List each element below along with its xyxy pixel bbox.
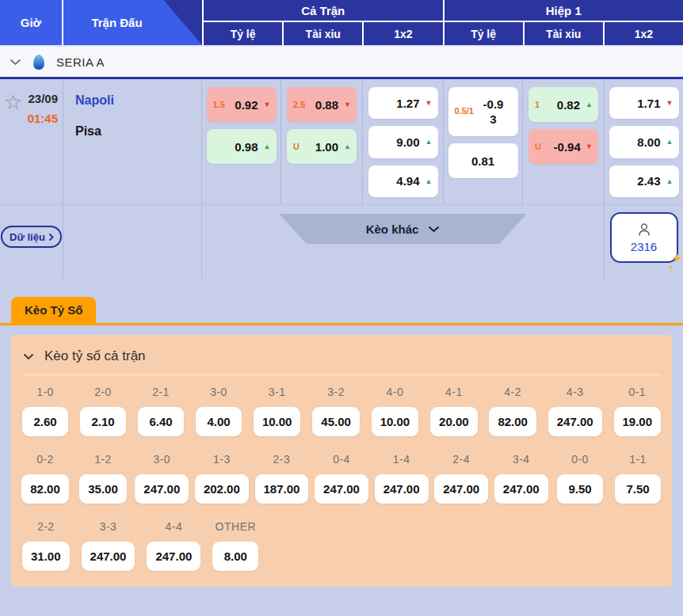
score-cell: 4-120.00 <box>430 386 477 436</box>
score-odds-button[interactable]: 2.60 <box>22 407 68 436</box>
score-cell: 3-245.00 <box>312 386 359 436</box>
odds-chip[interactable]: U1.00▲ <box>287 129 357 164</box>
league-name: SERIA A <box>56 55 105 69</box>
score-odds-button[interactable]: 4.00 <box>196 407 242 436</box>
score-odds-button[interactable]: 247.00 <box>315 474 368 504</box>
score-odds-button[interactable]: 247.00 <box>375 474 429 504</box>
trend-up-icon: ▲ <box>261 143 271 150</box>
score-odds-button[interactable]: 35.00 <box>79 474 127 504</box>
odds-value: 2.43 <box>616 174 661 188</box>
match-date: 23/09 <box>25 92 58 105</box>
score-cell: 1-235.00 <box>80 453 126 504</box>
score-odds-button[interactable]: 8.00 <box>212 542 258 571</box>
odds-chip[interactable]: U-0.94▼ <box>528 129 598 164</box>
score-label: 4-0 <box>387 386 404 398</box>
header-odds-groups: Cả Trận Tỷ lệ Tài xỉu 1x2 Hiệp 1 Tỷ lệ T… <box>202 0 683 45</box>
column-header-match-label: Trận Đấu <box>91 16 142 29</box>
odds-chip[interactable]: 0.81 <box>448 143 518 178</box>
score-odds-button[interactable]: 247.00 <box>494 474 548 504</box>
sparkle-icon: ✦ <box>668 264 674 272</box>
odds-table-header: Giờ Trận Đấu Cả Trận Tỷ lệ Tài xỉu 1x2 H… <box>0 0 683 45</box>
handicap-value: 2.5 <box>293 100 313 109</box>
odds-chip[interactable]: 4.94▲ <box>368 165 438 197</box>
score-odds-button[interactable]: 187.00 <box>255 474 309 504</box>
match-actions-row: Dữ liệu Kèo khác 2316 ✦ ✦ <box>0 204 683 279</box>
score-cell: 2-02.10 <box>80 386 126 436</box>
column-header-1x2-h1: 1x2 <box>603 22 683 45</box>
score-panel-header[interactable]: Kèo tỷ số cả trận <box>11 335 672 375</box>
more-odds-button[interactable]: Kèo khác <box>280 214 527 244</box>
home-team-name[interactable]: Napoli <box>75 93 201 108</box>
handicap-value: 1.5 <box>213 100 233 109</box>
score-odds-button[interactable]: 2.10 <box>80 407 126 436</box>
odds-chip[interactable]: 8.00▲ <box>609 126 679 158</box>
odds-chip[interactable]: 2.50.88▼ <box>287 87 357 122</box>
odds-column-1x2-h1: 1.71▼8.00▲2.43▲ <box>605 79 683 204</box>
score-cell: 1-02.60 <box>22 386 68 436</box>
score-odds-row: 2-231.003-3247.004-4247.00OTHER8.00 <box>11 520 672 571</box>
score-odds-button[interactable]: 82.00 <box>21 474 69 504</box>
odds-value: 1.00 <box>313 140 338 154</box>
chevron-down-icon <box>428 226 440 233</box>
divider <box>22 375 661 375</box>
score-odds-button[interactable]: 10.00 <box>372 407 419 436</box>
score-odds-button[interactable]: 19.00 <box>614 407 662 436</box>
odds-chip[interactable]: 1.50.92▼ <box>207 87 277 122</box>
trend-up-icon: ▲ <box>663 177 673 185</box>
score-label: 0-1 <box>628 386 646 398</box>
score-odds-button[interactable]: 247.00 <box>135 474 189 504</box>
match-row: ☆ 23/09 01:45 Napoli Pisa 1.50.92▼0.98▲ … <box>0 79 683 204</box>
score-odds-button[interactable]: 7.50 <box>615 474 661 504</box>
league-row: SERIA A <box>0 45 683 79</box>
score-odds-button[interactable]: 31.00 <box>22 542 70 571</box>
score-label: 1-0 <box>36 386 54 398</box>
chevron-down-icon[interactable] <box>10 59 21 66</box>
odds-value: 4.94 <box>375 174 420 188</box>
score-label: 4-3 <box>567 386 584 398</box>
column-header-overunder-ft: Tài xỉu <box>282 22 362 45</box>
score-cell: 3-110.00 <box>254 386 300 436</box>
score-label: 4-4 <box>166 520 183 533</box>
score-odds-button[interactable]: 6.40 <box>138 407 184 436</box>
score-odds-panel: Kèo tỷ số cả trận 1-02.602-02.102-16.403… <box>11 335 672 587</box>
tab-score-odds[interactable]: Kèo Tỷ Số <box>11 297 96 323</box>
score-cell: 2-231.00 <box>22 520 70 571</box>
odds-chip[interactable]: 9.00▲ <box>368 126 438 158</box>
score-odds-button[interactable]: 247.00 <box>434 474 488 504</box>
odds-chip[interactable]: 0.98▲ <box>207 129 277 164</box>
score-odds-button[interactable]: 202.00 <box>195 474 249 504</box>
score-odds-row: 1-02.602-02.102-16.403-04.003-110.003-24… <box>11 386 672 436</box>
score-cell: 0-09.50 <box>557 453 603 504</box>
data-button[interactable]: Dữ liệu <box>1 226 62 248</box>
odds-chip[interactable]: 2.43▲ <box>609 165 679 197</box>
chevron-down-icon <box>23 353 34 360</box>
odds-chip[interactable]: 1.27▼ <box>368 87 438 119</box>
score-odds-button[interactable]: 247.00 <box>82 542 135 571</box>
handicap-value: U <box>535 142 554 151</box>
score-odds-button[interactable]: 247.00 <box>147 542 200 571</box>
score-cell: 3-4247.00 <box>497 453 545 504</box>
score-label: 2-0 <box>94 386 112 398</box>
score-odds-button[interactable]: 20.00 <box>430 407 478 436</box>
column-header-time: Giờ <box>0 0 63 45</box>
favorite-star-icon[interactable]: ☆ <box>4 92 22 112</box>
odds-value: 0.92 <box>233 98 258 112</box>
score-cell: 3-0247.00 <box>138 453 186 504</box>
viewers-card[interactable]: 2316 ✦ ✦ <box>610 212 678 263</box>
score-odds-button[interactable]: 82.00 <box>489 407 536 436</box>
score-cell: 0-282.00 <box>22 453 68 504</box>
score-odds-button[interactable]: 45.00 <box>312 407 360 436</box>
score-odds-button[interactable]: 10.00 <box>254 407 301 436</box>
first-half-group-label: Hiệp 1 <box>445 0 683 22</box>
away-team-name[interactable]: Pisa <box>75 124 201 139</box>
odds-chip[interactable]: 10.82▲ <box>528 87 598 122</box>
odds-chip[interactable]: 0.5/1-0.93 <box>448 87 518 136</box>
score-odds-button[interactable]: 9.50 <box>557 474 603 504</box>
score-cell: 1-17.50 <box>615 453 661 504</box>
handicap-value: 0.5/1 <box>455 105 476 117</box>
score-odds-button[interactable]: 247.00 <box>548 407 602 436</box>
odds-chip[interactable]: 1.71▼ <box>609 87 679 119</box>
trend-down-icon: ▼ <box>341 101 351 108</box>
data-button-label: Dữ liệu <box>10 231 45 243</box>
odds-value: -0.93 <box>481 97 506 127</box>
